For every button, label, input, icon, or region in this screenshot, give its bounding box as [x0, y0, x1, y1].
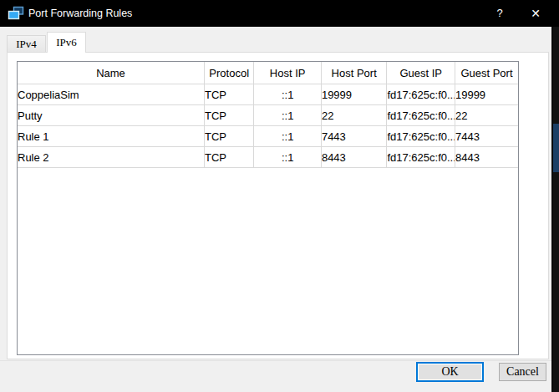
tab-ipv6[interactable]: IPv6	[47, 32, 86, 53]
cell-name[interactable]: Rule 2	[18, 147, 204, 168]
cancel-button[interactable]: Cancel	[499, 363, 546, 381]
table-row[interactable]: Putty TCP ::1 22 fd17:625c:f0... 22	[18, 105, 518, 126]
footer-divider	[0, 360, 551, 361]
title-bar[interactable]: Port Forwarding Rules ? ✕	[0, 0, 559, 27]
close-button[interactable]: ✕	[523, 0, 548, 27]
cell-host-ip[interactable]: ::1	[254, 105, 322, 126]
cell-name[interactable]: Rule 1	[18, 126, 204, 147]
cell-guest-port[interactable]: 8443	[455, 147, 518, 168]
ipv6-tab-panel: Name Protocol Host IP Host Port Guest IP…	[7, 52, 549, 359]
table-header-row: Name Protocol Host IP Host Port Guest IP…	[18, 62, 518, 84]
cell-guest-port[interactable]: 22	[455, 105, 518, 126]
cell-host-ip[interactable]: ::1	[254, 84, 322, 105]
cell-guest-ip[interactable]: fd17:625c:f0...	[387, 105, 455, 126]
screenshot-root: { "window": { "title": "Port Forwarding …	[0, 0, 559, 392]
cell-host-port[interactable]: 22	[321, 105, 387, 126]
virtualbox-window-icon	[8, 6, 24, 21]
rules-table-frame[interactable]: Name Protocol Host IP Host Port Guest IP…	[17, 61, 519, 355]
cell-host-ip[interactable]: ::1	[254, 126, 322, 147]
cell-protocol[interactable]: TCP	[204, 126, 253, 147]
cell-host-port[interactable]: 8443	[321, 147, 387, 168]
cell-protocol[interactable]: TCP	[204, 84, 253, 105]
column-header-guest-ip: Guest IP	[387, 62, 455, 84]
column-header-protocol: Protocol	[204, 62, 253, 84]
rules-table: Name Protocol Host IP Host Port Guest IP…	[18, 62, 518, 168]
table-row[interactable]: Rule 1 TCP ::1 7443 fd17:625c:f0... 7443	[18, 126, 518, 147]
port-forwarding-dialog: Port Forwarding Rules ? ✕ IPv4 IPv6 Name…	[0, 0, 553, 392]
cell-guest-ip[interactable]: fd17:625c:f0...	[387, 147, 455, 168]
ok-button[interactable]: OK	[416, 362, 484, 382]
cell-protocol[interactable]: TCP	[204, 147, 253, 168]
cell-host-port[interactable]: 19999	[321, 84, 387, 105]
cell-name[interactable]: Putty	[18, 105, 204, 126]
cell-guest-port[interactable]: 7443	[455, 126, 518, 147]
cell-guest-port[interactable]: 19999	[455, 84, 518, 105]
column-header-host-port: Host Port	[321, 62, 387, 84]
desktop-backdrop	[552, 124, 559, 172]
cell-protocol[interactable]: TCP	[204, 105, 253, 126]
cell-host-ip[interactable]: ::1	[254, 147, 322, 168]
help-button[interactable]: ?	[487, 0, 512, 27]
cell-guest-ip[interactable]: fd17:625c:f0...	[387, 126, 455, 147]
column-header-host-ip: Host IP	[254, 62, 322, 84]
column-header-name: Name	[18, 62, 204, 84]
table-row[interactable]: CoppeliaSim TCP ::1 19999 fd17:625c:f0..…	[18, 84, 518, 105]
cell-name[interactable]: CoppeliaSim	[18, 84, 204, 105]
window-title: Port Forwarding Rules	[28, 0, 132, 27]
tab-ipv4[interactable]: IPv4	[7, 35, 46, 52]
table-row[interactable]: Rule 2 TCP ::1 8443 fd17:625c:f0... 8443	[18, 147, 518, 168]
column-header-guest-port: Guest Port	[455, 62, 518, 84]
cell-host-port[interactable]: 7443	[321, 126, 387, 147]
cell-guest-ip[interactable]: fd17:625c:f0...	[387, 84, 455, 105]
